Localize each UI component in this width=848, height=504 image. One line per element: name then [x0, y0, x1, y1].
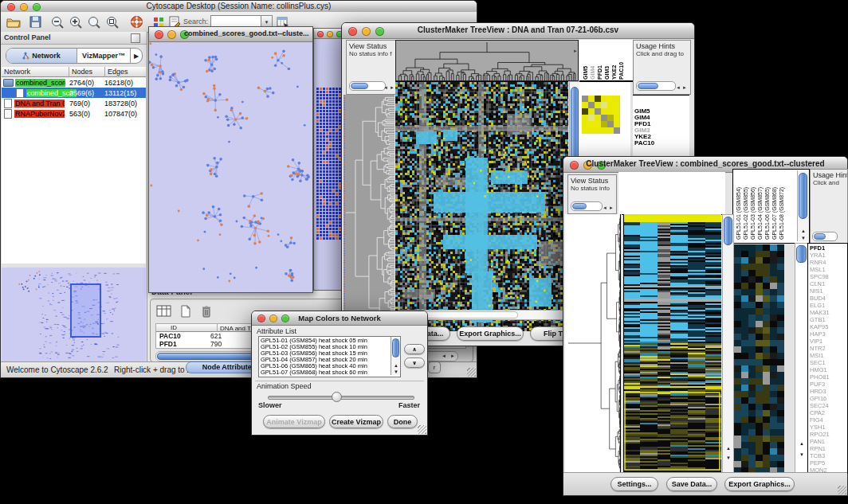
help-lifering-icon[interactable] [128, 14, 144, 29]
gene-label[interactable]: SEC24 [810, 402, 847, 409]
speed-slider-thumb[interactable] [332, 392, 342, 402]
labels-vscrollbar[interactable]: ▲ ▼ [797, 170, 808, 241]
array-label[interactable]: GPL51-02 (GSM855) [742, 170, 749, 240]
new-attribute-icon[interactable] [178, 303, 194, 318]
gene-label[interactable]: TCB3 [810, 452, 847, 459]
delete-attribute-icon[interactable] [198, 303, 214, 318]
heatmap-global-view[interactable] [623, 214, 721, 472]
minimize-icon[interactable] [327, 31, 333, 37]
hints-hscrollbar[interactable] [812, 232, 838, 241]
table-row[interactable]: combined_scores 2764(0) 16218(0) [2, 77, 146, 88]
array-label[interactable]: GPL51-04 (GSM857) [756, 170, 764, 240]
gene-label[interactable]: GTB1 [810, 316, 847, 323]
gene-label[interactable]: YKE2 [634, 134, 689, 140]
zoom-fit-icon[interactable] [104, 14, 120, 29]
scroll-arrows[interactable]: ◄► [676, 85, 689, 90]
attribute-list[interactable]: GPL51-01 (GSM854) heat shock 05 minGPL51… [258, 336, 401, 377]
float-panel-icon[interactable] [131, 33, 140, 43]
gene-label[interactable]: RPN1 [810, 445, 847, 452]
scrollbar-thumb[interactable] [814, 233, 826, 240]
done-button[interactable]: Done [387, 415, 418, 428]
gene-label[interactable]: PAC10 [634, 140, 689, 147]
zoom-out-icon[interactable] [49, 14, 65, 29]
tv2-heatmap-vscrollbar[interactable]: ▲ ▼ [722, 214, 734, 474]
resize-grip[interactable] [467, 368, 476, 377]
gene-label[interactable]: HMG1 [810, 366, 847, 373]
array-label[interactable]: GPL51-07 (GSM868) [771, 170, 778, 240]
save-data-button[interactable]: Save Data... [666, 477, 717, 491]
grid-network-canvas[interactable] [316, 86, 343, 242]
zoom-selected-icon[interactable] [86, 14, 102, 29]
status-hscrollbar[interactable] [349, 81, 386, 91]
overview-viewport-rect[interactable] [70, 283, 101, 338]
export-graphics-button[interactable]: Export Graphics... [457, 326, 524, 341]
gene-label[interactable]: GIM5 [634, 108, 689, 115]
gene-label[interactable]: FIG4 [810, 416, 847, 424]
tab-vizmapper[interactable]: VizMapper™ [77, 49, 131, 63]
gene-label[interactable]: PAN1 [810, 438, 847, 445]
list-vscrollbar[interactable]: ▲ ▼ [391, 337, 400, 375]
attribute-list-item[interactable]: GPL51-07 (GSM868) heat shock 60 min [261, 369, 400, 376]
table-row[interactable]: RNAPuberNov2+1 563(0) 107847(0) [2, 108, 146, 119]
col-header-nodes[interactable]: Nodes [69, 67, 105, 77]
attribute-list-item[interactable]: GPL51-01 (GSM854) heat shock 05 min [261, 338, 400, 344]
gene-label[interactable]: HAP3 [810, 330, 847, 338]
scroll-up-icon[interactable]: ▲ [394, 363, 398, 368]
column-dendrogram[interactable] [395, 40, 579, 81]
gene-label[interactable]: MSI1 [810, 352, 847, 359]
scrollbar-thumb[interactable] [724, 217, 732, 245]
table-row[interactable]: DNA and Tran 07 769(0) 183728(0) [2, 98, 146, 108]
gene-label[interactable]: CPA2 [810, 409, 847, 416]
move-down-button[interactable]: ∨ [404, 357, 425, 368]
gene-label[interactable]: YSH1 [810, 424, 847, 431]
tab-network[interactable]: Network [6, 49, 77, 63]
heatmap-zoom-view[interactable] [734, 244, 784, 472]
gene-label[interactable]: SPC98 [810, 273, 847, 280]
id-column-header[interactable]: ID [156, 324, 218, 332]
resize-grip[interactable] [418, 425, 426, 434]
scroll-down-icon[interactable]: ▼ [726, 455, 731, 460]
gene-label[interactable]: PFD1 [810, 244, 847, 252]
gene-label[interactable]: GPI16 [810, 395, 847, 402]
scroll-left-icon[interactable]: ◄ [442, 354, 446, 358]
scroll-arrows[interactable]: ◄► [383, 85, 396, 90]
scrollbar-thumb[interactable] [799, 173, 807, 219]
dialog-titlebar[interactable]: Map Colors to Network [252, 311, 427, 326]
array-label[interactable]: GPL51-03 (GSM856) [749, 170, 756, 240]
gene-label[interactable]: PEP5 [810, 459, 847, 467]
gene-label[interactable]: NIS1 [810, 287, 847, 295]
scroll-arrows[interactable]: ◄► [603, 205, 615, 210]
network-overview-panel[interactable] [2, 268, 146, 361]
scroll-down-icon[interactable]: ▼ [801, 236, 806, 240]
minimize-icon[interactable] [167, 30, 176, 39]
scroll-up-icon[interactable]: ▲ [726, 446, 731, 451]
gene-label[interactable]: GIM3 [634, 127, 689, 134]
col-header-network[interactable]: Network [2, 67, 69, 77]
array-label[interactable]: GPL51-01 (GSM854) [735, 170, 742, 240]
col-header-edges[interactable]: Edges [105, 67, 146, 77]
scroll-down-icon[interactable]: ▼ [799, 452, 804, 457]
gene-label[interactable]: NTR2 [810, 345, 847, 352]
create-vizmap-button[interactable]: Create Vizmap [329, 415, 383, 428]
scrollbar-thumb[interactable] [392, 338, 399, 357]
select-attributes-icon[interactable] [155, 303, 171, 318]
row-dendrogram[interactable] [565, 214, 622, 472]
gene-label[interactable]: CLN1 [810, 280, 847, 287]
settings-button[interactable]: Settings... [610, 477, 658, 491]
close-icon[interactable] [317, 31, 324, 37]
scrollbar-thumb[interactable] [638, 83, 658, 89]
animate-vizmap-button[interactable]: Animate Vizmap [263, 415, 325, 428]
gene-list-vscrollbar[interactable]: ▲ ▼ [795, 243, 808, 474]
heatmap-global-view[interactable] [395, 81, 568, 331]
tv1-titlebar[interactable]: ClusterMaker TreeView : DNA and Tran 07-… [342, 23, 694, 39]
tv2-column-tree-area[interactable] [618, 172, 725, 215]
row-dendrogram[interactable] [344, 95, 395, 330]
save-icon[interactable] [27, 14, 43, 29]
gene-label[interactable]: YRA1 [810, 252, 847, 259]
move-up-button[interactable]: ∧ [404, 344, 425, 354]
hints-hscrollbar[interactable] [636, 81, 676, 91]
gene-label[interactable]: SEC1 [810, 359, 847, 366]
scroll-up-icon[interactable]: ▲ [799, 441, 804, 446]
gene-label[interactable]: GIM4 [634, 115, 689, 121]
gene-label[interactable]: BUD4 [810, 295, 847, 302]
